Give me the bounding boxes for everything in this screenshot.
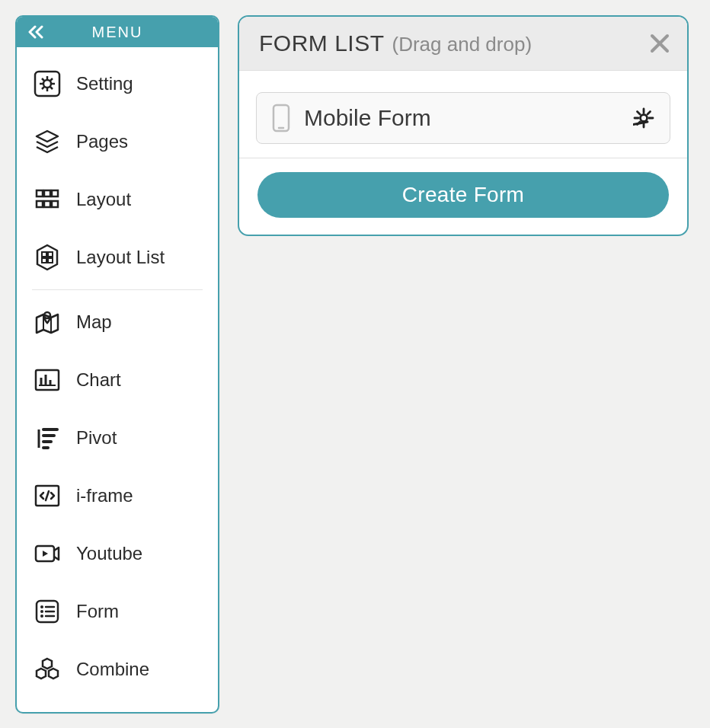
form-icon bbox=[32, 596, 62, 627]
svg-rect-15 bbox=[52, 201, 58, 207]
sidebar-item-pages[interactable]: Pages bbox=[17, 113, 218, 171]
sidebar-item-pivot[interactable]: Pivot bbox=[17, 409, 218, 467]
svg-line-9 bbox=[42, 87, 44, 89]
sidebar-header: MENU bbox=[17, 17, 218, 47]
form-list-panel: FORM LIST (Drag and drop) Mobile Form bbox=[238, 15, 689, 236]
sidebar-item-label: Setting bbox=[76, 73, 133, 94]
create-form-button[interactable]: Create Form bbox=[257, 172, 669, 218]
chart-icon bbox=[32, 365, 62, 395]
sidebar-item-combine[interactable]: Combine bbox=[17, 640, 218, 698]
panel-content: Mobile Form bbox=[239, 71, 687, 144]
svg-rect-0 bbox=[35, 72, 59, 96]
sidebar-title: MENU bbox=[92, 24, 143, 41]
sidebar-item-label: Layout List bbox=[76, 247, 165, 268]
svg-point-47 bbox=[641, 115, 648, 122]
svg-line-6 bbox=[42, 78, 44, 81]
panel-title: FORM LIST bbox=[259, 30, 385, 56]
panel-close-button[interactable] bbox=[649, 33, 670, 54]
sidebar-item-label: Youtube bbox=[76, 543, 142, 564]
combine-icon bbox=[32, 654, 62, 685]
grid-icon bbox=[32, 184, 62, 215]
sidebar: MENU Setting bbox=[15, 15, 219, 714]
form-settings-button[interactable] bbox=[633, 107, 654, 129]
svg-rect-13 bbox=[37, 201, 43, 207]
sidebar-item-label: Chart bbox=[76, 369, 121, 391]
pivot-icon bbox=[32, 423, 62, 453]
svg-rect-17 bbox=[48, 252, 53, 257]
sidebar-item-label: Pivot bbox=[76, 427, 117, 449]
mobile-icon bbox=[272, 104, 290, 133]
svg-line-52 bbox=[638, 112, 641, 115]
svg-point-37 bbox=[40, 605, 43, 608]
sidebar-item-form[interactable]: Form bbox=[17, 583, 218, 640]
svg-rect-14 bbox=[44, 201, 50, 207]
svg-rect-18 bbox=[42, 258, 46, 263]
layout-list-icon bbox=[32, 242, 62, 273]
close-icon bbox=[649, 33, 670, 54]
sidebar-item-label: Pages bbox=[76, 131, 128, 152]
sidebar-item-chart[interactable]: Chart bbox=[17, 351, 218, 409]
svg-rect-11 bbox=[44, 190, 50, 196]
sidebar-collapse-button[interactable] bbox=[27, 25, 44, 39]
sidebar-item-youtube[interactable]: Youtube bbox=[17, 525, 218, 583]
sidebar-item-label: Map bbox=[76, 311, 112, 333]
sidebar-item-label: Layout bbox=[76, 189, 131, 210]
svg-rect-19 bbox=[48, 258, 53, 263]
gear-icon bbox=[32, 69, 62, 99]
sidebar-divider bbox=[32, 289, 203, 290]
svg-point-39 bbox=[40, 610, 43, 613]
svg-point-41 bbox=[40, 615, 43, 618]
form-name: Mobile Form bbox=[304, 105, 619, 131]
form-list-item[interactable]: Mobile Form bbox=[256, 92, 670, 144]
sidebar-item-layout[interactable]: Layout bbox=[17, 171, 218, 228]
svg-rect-23 bbox=[36, 370, 59, 390]
svg-rect-16 bbox=[42, 252, 46, 257]
map-icon bbox=[32, 307, 62, 337]
sidebar-item-label: Combine bbox=[76, 659, 149, 680]
sidebar-item-map[interactable]: Map bbox=[17, 293, 218, 351]
panel-header: FORM LIST (Drag and drop) bbox=[239, 17, 687, 71]
panel-subtitle: (Drag and drop) bbox=[392, 33, 532, 56]
sidebar-body: Setting Pages Layout bbox=[17, 47, 218, 712]
svg-line-8 bbox=[50, 78, 53, 81]
svg-rect-10 bbox=[37, 190, 43, 196]
svg-point-1 bbox=[43, 80, 51, 88]
sidebar-item-iframe[interactable]: i-frame bbox=[17, 467, 218, 525]
sidebar-item-layout-list[interactable]: Layout List bbox=[17, 228, 218, 286]
sidebar-item-label: Form bbox=[76, 601, 119, 622]
svg-line-34 bbox=[46, 491, 49, 500]
sidebar-item-label: i-frame bbox=[76, 485, 133, 506]
layers-icon bbox=[32, 126, 62, 157]
panel-footer: Create Form bbox=[239, 158, 687, 235]
gear-icon bbox=[633, 107, 654, 129]
svg-line-7 bbox=[50, 87, 53, 89]
code-icon bbox=[32, 481, 62, 511]
svg-rect-12 bbox=[52, 190, 58, 196]
sidebar-item-setting[interactable]: Setting bbox=[17, 55, 218, 113]
video-icon bbox=[32, 538, 62, 569]
chevron-double-left-icon bbox=[27, 25, 44, 39]
svg-line-54 bbox=[648, 112, 651, 115]
